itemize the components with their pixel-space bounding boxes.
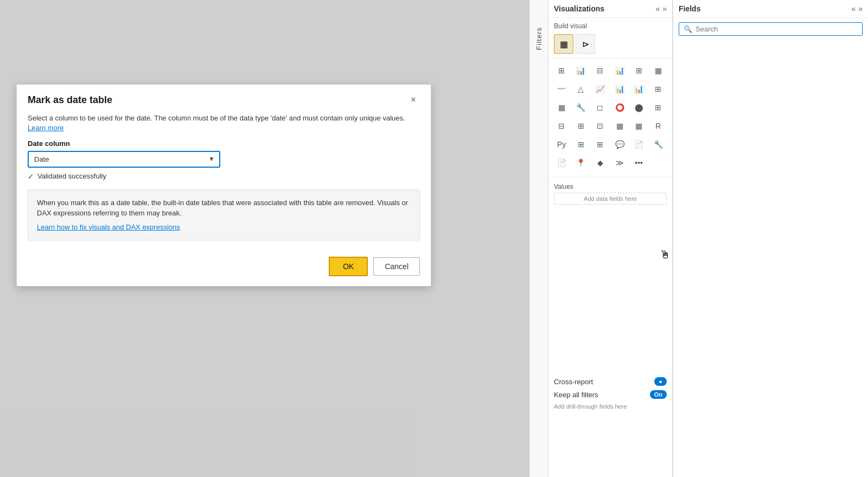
dialog-title: Mark as date table [28,94,112,106]
ok-button[interactable]: OK [329,257,368,276]
fix-visuals-link[interactable]: Learn how to fix visuals and DAX express… [37,222,411,233]
build-visual-label: Build visual [548,18,672,32]
viz-icon-30[interactable]: 🔧 [649,136,667,153]
viz-icon-7[interactable]: 〰 [553,80,570,98]
search-input[interactable] [695,25,858,33]
viz-icon-25[interactable]: Py [553,136,570,153]
viz-icon-32[interactable]: 📍 [572,154,590,171]
viz-panel-arrows: « » [655,4,667,13]
viz-icon-26[interactable]: ⊞ [572,136,590,153]
fields-collapse-left[interactable]: « [851,4,856,13]
close-button[interactable]: × [407,93,420,106]
viz-icon-11[interactable]: 📊 [630,80,648,98]
filters-label: Filters [535,27,543,50]
viz-icon-21[interactable]: ⊡ [591,117,609,135]
viz-icon-grid: ⊞ 📊 ⊟ 📊 ⊞ ▦ 〰 △ 📈 📊 📊 ⊞ ▦ 🔧 ◻ ⭕ ⬤ ⊞ ⊟ ⊞ … [548,59,672,175]
viz-icon-5[interactable]: ⊞ [630,62,648,79]
viz-icon-22[interactable]: ▦ [611,117,628,135]
viz-icon-8[interactable]: △ [572,80,590,98]
viz-icon-2[interactable]: 📊 [572,62,590,79]
learn-more-link[interactable]: Learn more [28,124,63,132]
viz-icon-16[interactable]: ⭕ [611,99,628,116]
viz-icon-17[interactable]: ⬤ [630,99,648,116]
search-icon: 🔍 [684,25,692,33]
fields-expand-right[interactable]: » [858,4,863,13]
mark-as-date-table-dialog: Mark as date table × Select a column to … [16,84,431,287]
viz-panel-header: Visualizations « » [548,0,672,18]
dialog-footer: OK Cancel [17,249,431,286]
warning-box: When you mark this as a date table, the … [28,189,420,241]
viz-icon-4[interactable]: 📊 [611,62,628,79]
date-column-select-wrapper: Date ▼ [28,151,220,168]
viz-icon-1[interactable]: ⊞ [553,62,570,79]
fields-panel-title: Fields [679,4,700,13]
viz-icon-36 [649,154,667,171]
keep-filters-toggle[interactable]: On [650,390,667,399]
cross-report-label: Cross-report [554,378,593,386]
check-icon: ✓ [28,172,34,181]
viz-icon-14[interactable]: 🔧 [572,99,590,116]
viz-icon-3[interactable]: ⊟ [591,62,609,79]
viz-icon-33[interactable]: ◆ [591,154,609,171]
validation-message: ✓ Validated successfully [28,172,420,181]
warning-text: When you mark this as a date table, the … [37,199,408,218]
viz-icon-18[interactable]: ⊞ [649,99,667,116]
viz-icon-29[interactable]: 📄 [630,136,648,153]
date-column-label: Date column [28,139,420,148]
drillthrough-label[interactable]: Add drill-through fields here [548,401,672,412]
dialog-description: Select a column to be used for the date.… [28,114,405,122]
viz-other-icon[interactable]: ⊳ [576,34,595,54]
keep-filters-label: Keep all filters [554,391,598,399]
cross-report-toggle[interactable]: ● [654,377,667,386]
viz-icon-23[interactable]: ▦ [630,117,648,135]
viz-icon-19[interactable]: ⊟ [553,117,570,135]
viz-icon-28[interactable]: 💬 [611,136,628,153]
cross-report-row: Cross-report ● [548,375,672,388]
fields-search-box[interactable]: 🔍 [679,22,863,36]
fields-panel-header: Fields « » [673,0,868,18]
dialog-header: Mark as date table × [17,85,431,113]
viz-icon-15[interactable]: ◻ [591,99,609,116]
viz-expand-right[interactable]: » [662,4,667,13]
viz-divider [548,177,672,177]
viz-values-section: Values Add data fields here [548,180,672,208]
viz-top-icons: ▦ ⊳ [548,32,672,59]
viz-collapse-left[interactable]: « [655,4,660,13]
visualizations-panel: Visualizations « » Build visual ▦ ⊳ ⊞ 📊 … [548,0,673,477]
viz-icon-10[interactable]: 📊 [611,80,628,98]
keep-filters-row: Keep all filters On [548,388,672,401]
viz-icon-6[interactable]: ▦ [649,62,667,79]
dialog-body: Select a column to be used for the date.… [17,113,431,249]
viz-icon-20[interactable]: ⊞ [572,117,590,135]
fields-panel: Fields « » 🔍 ≡ — New measure New column … [673,0,868,477]
validation-text: Validated successfully [37,172,106,180]
viz-table-icon[interactable]: ▦ [554,34,573,54]
viz-panel-title: Visualizations [554,4,604,13]
viz-icon-27[interactable]: ⊞ [591,136,609,153]
viz-icon-31[interactable]: 📄 [553,154,570,171]
viz-icon-13[interactable]: ▦ [553,99,570,116]
viz-icon-24[interactable]: R [649,117,667,135]
dialog-overlay: Mark as date table × Select a column to … [0,0,529,477]
viz-icon-12[interactable]: ⊞ [649,80,667,98]
cancel-button[interactable]: Cancel [373,257,420,276]
viz-icon-9[interactable]: 📈 [591,80,609,98]
filters-sidebar: Filters [529,0,548,477]
viz-icon-35[interactable]: ••• [630,154,648,171]
date-column-select[interactable]: Date [28,151,220,168]
values-label: Values [554,183,667,190]
viz-filter-options: Cross-report ● Keep all filters On Add d… [548,375,672,412]
fields-header-arrows: « » [851,4,863,13]
add-data-fields[interactable]: Add data fields here [554,193,667,205]
viz-icon-34[interactable]: ≫ [611,154,628,171]
